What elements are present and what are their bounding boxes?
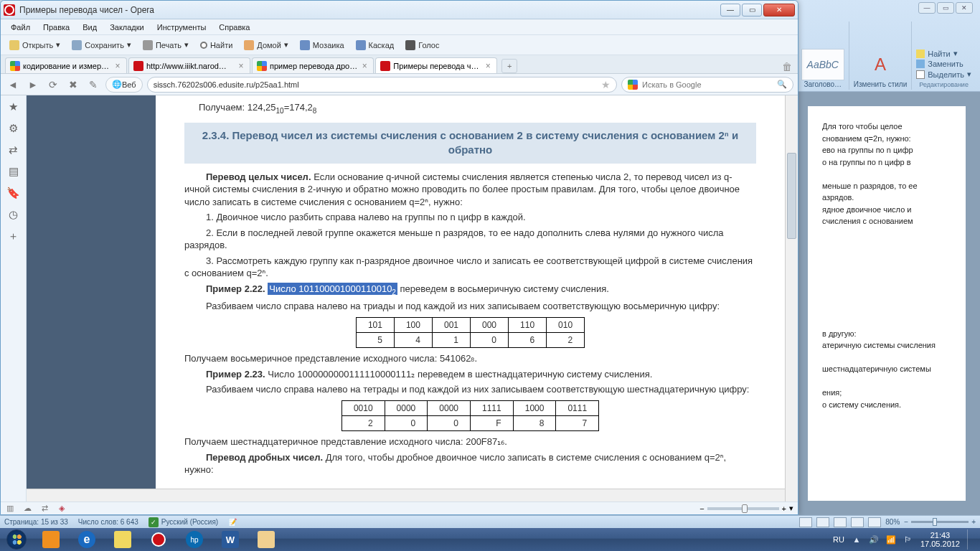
change-styles-icon[interactable]: A [864,49,896,80]
tab-3[interactable]: пример перевода дро…× [252,57,374,73]
menu-edit[interactable]: Правка [37,21,75,34]
view-draft[interactable] [868,517,881,527]
bg-restore-button[interactable]: ▭ [937,2,954,14]
tab-close[interactable]: × [360,62,369,70]
minimize-button[interactable]: — [720,4,740,17]
status-unite-icon[interactable]: ◈ [57,504,67,514]
tab-close[interactable]: × [113,62,122,70]
bg-close-button[interactable]: ✕ [956,2,973,14]
panel-bookmark[interactable]: 🔖 [6,186,21,200]
horizontal-scrollbar[interactable] [27,489,785,501]
status-cloud-icon[interactable]: ☁ [22,504,32,514]
wand-button[interactable]: ✎ [85,77,101,93]
ribbon-select[interactable]: Выделить ▾ [916,69,971,80]
search-go-icon[interactable]: 🔍 [777,80,787,89]
taskbar-hp[interactable]: hp [177,529,212,550]
voice-button[interactable]: Голос [401,38,443,52]
page-indicator[interactable]: Страница: 15 из 33 [4,518,68,526]
mosaic-button[interactable]: Мозаика [296,38,349,52]
tab-label: кодирование и измер… [23,62,110,70]
zoom-slider[interactable]: − + ▾ [699,504,793,513]
tab-close[interactable]: × [484,62,492,70]
panel-star[interactable]: ★ [6,100,21,114]
word-document-area: Для того чтобы целое снованием q=2n, нуж… [793,92,980,515]
taskbar-paint[interactable] [249,529,283,550]
search-input[interactable] [642,80,773,89]
save-button[interactable]: Сохранить ▾ [67,38,136,52]
tab-1[interactable]: кодирование и измер…× [5,57,127,73]
zoom-plus-icon[interactable]: + [782,504,786,513]
start-button[interactable] [0,528,33,551]
open-button[interactable]: Открыть ▾ [5,38,65,52]
panel-share[interactable]: ⇄ [6,143,21,157]
zoom-knob[interactable] [742,504,748,513]
ribbon-replace[interactable]: Заменить [916,59,963,69]
cascade-button[interactable]: Каскад [352,38,399,52]
volume-icon[interactable]: 🔊 [869,534,879,545]
page-viewport: Получаем: 124,2510=174,28 2.3.4. Перевод… [27,95,798,501]
back-button[interactable]: ◄ [5,77,21,93]
tab-2[interactable]: http://www.iiikt.narod…× [128,57,250,73]
scroll-thumb[interactable] [787,153,796,239]
new-tab-button[interactable]: + [501,59,517,73]
closed-tabs-button[interactable]: 🗑 [781,60,793,73]
zoom-dropdown-icon[interactable]: ▾ [789,504,793,513]
word-zoom-slider[interactable]: −+ [904,518,976,526]
url-input[interactable] [154,80,597,89]
panel-gear[interactable]: ⚙ [6,121,21,136]
stop-button[interactable]: ✖ [65,77,81,93]
close-button[interactable]: ✕ [763,4,795,17]
ribbon-find[interactable]: Найти ▾ [916,48,957,59]
taskbar-ie[interactable] [70,529,104,550]
status-panel-icon[interactable]: ▥ [5,504,15,514]
menubar: Файл Правка Вид Закладки Инструменты Спр… [1,19,798,35]
taskbar-media-player[interactable] [34,529,68,550]
word-count[interactable]: Число слов: 6 643 [78,518,138,526]
input-language[interactable]: RU [833,535,844,544]
home-icon [244,40,254,50]
clock[interactable]: 21:43 17.05.2012 [920,531,960,548]
network-icon[interactable]: 📶 [886,534,896,545]
view-full-screen[interactable] [816,517,829,527]
tab-4-active[interactable]: Примеры перевода ч…× [375,57,497,73]
style-preview[interactable]: AaBbC [801,49,844,80]
show-desktop-button[interactable] [967,529,973,550]
taskbar-word[interactable]: W [213,529,248,550]
bookmark-star[interactable]: ★ [601,79,611,90]
tray-up-icon[interactable]: ▲ [852,534,862,545]
print-button[interactable]: Печать ▾ [138,38,193,52]
bg-minimize-button[interactable]: — [918,2,936,14]
action-center-icon[interactable]: 🏳 [903,534,913,545]
menu-file[interactable]: Файл [5,21,36,34]
forward-button[interactable]: ► [25,77,41,93]
tab-close[interactable]: × [237,62,245,70]
word-text: Для того чтобы целое [822,121,951,133]
reload-button[interactable]: ⟳ [45,77,61,93]
taskbar-opera[interactable] [141,529,176,550]
cell: 0 [471,332,509,347]
view-print-layout[interactable] [799,517,812,527]
track-changes-icon[interactable]: 📝 [228,518,237,526]
language-indicator[interactable]: ✓Русский (Россия) [149,517,218,527]
menu-tools[interactable]: Инструменты [151,21,212,34]
view-web-layout[interactable] [834,517,847,527]
menu-help[interactable]: Справка [213,21,255,34]
address-bar[interactable]: ★ [147,77,617,93]
zoom-minus-icon[interactable]: − [699,504,704,513]
panel-history[interactable]: ◷ [6,207,21,222]
find-button[interactable]: Найти [196,39,237,52]
view-outline[interactable] [851,517,864,527]
status-link-icon[interactable]: ⇄ [39,504,50,514]
panel-note[interactable]: ▤ [6,164,21,179]
tabbar: кодирование и измер…× http://www.iiikt.n… [1,55,798,74]
menu-bookmarks[interactable]: Закладки [104,21,150,34]
url-scheme-button[interactable]: 🌐 Веб [105,77,143,93]
vertical-scrollbar[interactable] [785,95,798,501]
home-button[interactable]: Домой ▾ [240,38,293,52]
panel-add[interactable]: ＋ [6,229,21,243]
maximize-button[interactable]: ▭ [742,4,762,17]
search-bar[interactable]: 🔍 [621,77,793,93]
taskbar-explorer[interactable] [105,529,140,550]
menu-view[interactable]: Вид [77,21,103,34]
zoom-percent[interactable]: 80% [885,518,900,526]
